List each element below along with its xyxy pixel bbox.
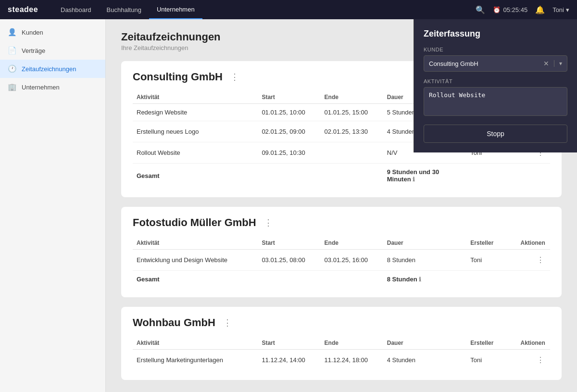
th-aktionen-3: Aktionen [517,337,550,350]
th-dauer-2: Dauer [383,237,467,250]
row-actions: ⋮ [517,250,550,271]
time-table-fotostudio: Aktivität Start Ende Dauer Ersteller Akt… [133,237,550,288]
clock-icon: ⏰ [493,6,501,13]
row-ende: 02.01.25, 13:30 [321,121,383,142]
info-icon[interactable]: ℹ [413,176,415,183]
row-actions: ⋮ [517,350,550,371]
aktivitaet-label: Aktivität [424,78,567,84]
row-dauer: 4 Stunden [383,350,467,371]
user-menu[interactable]: Toni ▾ [552,6,569,13]
table-row: Erstellung Marketingunterlagen 11.12.24,… [133,350,550,371]
gesamt-value: 8 Stunden ℹ [383,271,467,288]
row-menu-dots[interactable]: ⋮ [535,254,546,266]
company-menu-dots-wohnbau[interactable]: ⋮ [220,316,235,329]
zeiterfassung-title: Zeiterfassung [424,29,567,39]
th-ersteller-3: Ersteller [466,337,516,350]
th-aktivitat-3: Aktivität [133,337,258,350]
kunde-label: Kunde [424,47,567,52]
company-section-wohnbau: Wohnbau GmbH ⋮ Aktivität Start Ende Daue… [121,307,562,380]
company-menu-dots-consulting[interactable]: ⋮ [227,71,242,83]
sidebar-item-unternehmen[interactable]: 🏢 Unternehmen [0,78,105,96]
total-row: Gesamt 8 Stunden ℹ [133,271,550,288]
company-section-fotostudio: Fotostudio Müller GmbH ⋮ Aktivität Start… [121,207,562,297]
kunde-input-row: Consulting GmbH ✕ ▾ [424,55,567,72]
th-start-2: Start [258,237,320,250]
row-ersteller: Toni [466,350,516,371]
row-ende [321,142,383,164]
clock-display: ⏰ 05:25:45 [493,6,528,13]
sidebar-item-zeitaufzeichnungen[interactable]: 🕐 Zeitaufzeichnungen [0,60,105,78]
row-start: 09.01.25, 10:30 [258,142,320,164]
row-ende: 11.12.24, 18:00 [321,350,383,371]
company-header-fotostudio: Fotostudio Müller GmbH ⋮ [133,216,550,229]
th-aktivitat-2: Aktivität [133,237,258,250]
row-start: 03.01.25, 08:00 [258,250,320,271]
input-divider [554,60,554,67]
nav-items: Dashboard Buchhaltung Unternehmen [53,0,468,19]
row-aktivitat: Redesign Website [133,104,258,121]
company-name-wohnbau: Wohnbau GmbH [133,316,215,329]
aktivitaet-textarea[interactable] [424,87,567,116]
vertraege-icon: 📄 [8,46,17,55]
th-ende-2: Ende [321,237,383,250]
nav-dashboard[interactable]: Dashboard [53,0,99,19]
th-start-1: Start [258,91,320,104]
row-ersteller: Toni [466,250,516,271]
th-aktivitat-1: Aktivität [133,91,258,104]
th-ende-1: Ende [321,91,383,104]
row-aktivitat: Entwicklung und Design Website [133,250,258,271]
notification-icon[interactable]: 🔔 [535,5,545,14]
row-ende: 01.01.25, 15:00 [321,104,383,121]
info-icon[interactable]: ℹ [419,276,421,283]
stopp-button[interactable]: Stopp [424,125,567,143]
time-table-wohnbau: Aktivität Start Ende Dauer Ersteller Akt… [133,337,550,370]
gesamt-label: Gesamt [133,271,258,288]
kunde-dropdown-icon[interactable]: ▾ [559,60,562,67]
row-dauer: 8 Stunden [383,250,467,271]
sidebar-item-vertraege[interactable]: 📄 Verträge [0,41,105,60]
kunde-clear-button[interactable]: ✕ [543,60,549,67]
th-ersteller-2: Ersteller [466,237,516,250]
row-start: 02.01.25, 09:00 [258,121,320,142]
th-start-3: Start [258,337,320,350]
nav-buchhaltung[interactable]: Buchhaltung [99,0,149,19]
search-icon[interactable]: 🔍 [476,5,485,14]
app-logo[interactable]: steadee [0,5,53,14]
th-aktionen-2: Aktionen [517,237,550,250]
row-ende: 03.01.25, 16:00 [321,250,383,271]
nav-unternehmen[interactable]: Unternehmen [149,0,202,19]
top-navigation: steadee Dashboard Buchhaltung Unternehme… [0,0,577,19]
kunde-value: Consulting GmbH [429,60,543,67]
sidebar-item-kunden[interactable]: 👤 Kunden [0,23,105,41]
row-aktivitat: Erstellung neues Logo [133,121,258,142]
company-menu-dots-fotostudio[interactable]: ⋮ [261,216,276,229]
top-nav-right: 🔍 ⏰ 05:25:45 🔔 Toni ▾ [468,5,577,14]
row-aktivitat: Rollout Website [133,142,258,164]
company-name-consulting: Consulting GmbH [133,71,223,83]
company-name-fotostudio: Fotostudio Müller GmbH [133,216,256,229]
gesamt-label: Gesamt [133,164,258,188]
row-start: 11.12.24, 14:00 [258,350,320,371]
table-row: Entwicklung und Design Website 03.01.25,… [133,250,550,271]
kunde-input-icons: ✕ ▾ [543,60,562,67]
th-dauer-3: Dauer [383,337,467,350]
th-ende-3: Ende [321,337,383,350]
kunden-icon: 👤 [8,28,17,37]
row-menu-dots[interactable]: ⋮ [535,354,546,366]
zeitaufzeichnungen-icon: 🕐 [8,64,17,73]
zeiterfassung-panel: Zeiterfassung Kunde Consulting GmbH ✕ ▾ … [414,19,577,152]
unternehmen-icon: 🏢 [8,83,17,91]
user-chevron-icon: ▾ [566,6,569,13]
total-row: Gesamt 9 Stunden und 30 Minuten ℹ [133,164,550,188]
table-header-fotostudio: Aktivität Start Ende Dauer Ersteller Akt… [133,237,550,250]
table-header-wohnbau: Aktivität Start Ende Dauer Ersteller Akt… [133,337,550,350]
row-start: 01.01.25, 10:00 [258,104,320,121]
row-aktivitat: Erstellung Marketingunterlagen [133,350,258,371]
gesamt-value: 9 Stunden und 30 Minuten ℹ [383,164,467,188]
sidebar: 👤 Kunden 📄 Verträge 🕐 Zeitaufzeichnungen… [0,19,106,392]
company-header-wohnbau: Wohnbau GmbH ⋮ [133,316,550,329]
